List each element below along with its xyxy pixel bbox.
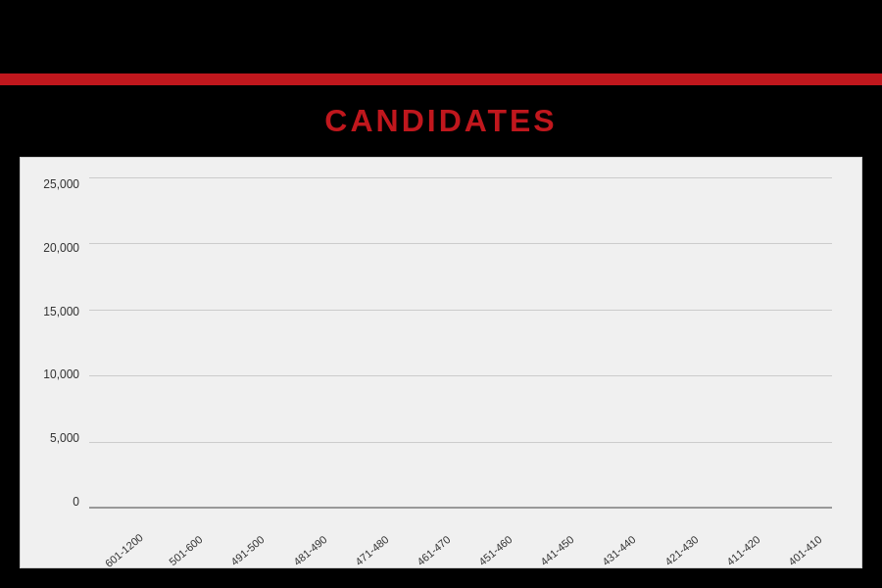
y-axis-label: 25,000 <box>25 177 79 191</box>
y-axis-label: 10,000 <box>25 368 79 381</box>
x-axis-label: 451-460 <box>467 526 522 575</box>
x-axis-label: 461-470 <box>406 526 461 575</box>
x-axis-label: 481-490 <box>282 526 337 575</box>
x-axis-label: 431-440 <box>592 526 647 575</box>
y-axis-label: 0 <box>25 495 79 509</box>
y-axis-labels: 05,00010,00015,00020,00025,000 <box>25 177 79 509</box>
x-axis-label: 421-430 <box>654 526 709 575</box>
x-labels: 601-1200501-600491-500481-490471-480461-… <box>89 546 832 558</box>
top-bar <box>0 0 882 74</box>
chart-container: 05,00010,00015,00020,00025,000 601-12005… <box>20 157 862 568</box>
x-axis-label: 491-500 <box>220 526 275 575</box>
x-axis-label: 501-600 <box>159 526 214 575</box>
chart-area: 05,00010,00015,00020,00025,000 601-12005… <box>89 177 832 509</box>
red-stripe <box>0 74 882 85</box>
x-axis-label: 471-480 <box>344 526 399 575</box>
x-axis-label: 441-450 <box>530 526 585 575</box>
y-axis-label: 15,000 <box>25 305 79 318</box>
chart-title: CANDIDATES <box>324 103 557 138</box>
x-axis-label: 401-410 <box>777 526 832 575</box>
y-axis-label: 5,000 <box>25 431 79 445</box>
x-axis-label: 411-420 <box>715 526 770 575</box>
title-area: CANDIDATES <box>0 85 882 157</box>
x-axis-label: 601-1200 <box>96 526 151 575</box>
axis-line <box>89 507 832 509</box>
bars-wrapper <box>89 177 832 509</box>
y-axis-label: 20,000 <box>25 241 79 255</box>
